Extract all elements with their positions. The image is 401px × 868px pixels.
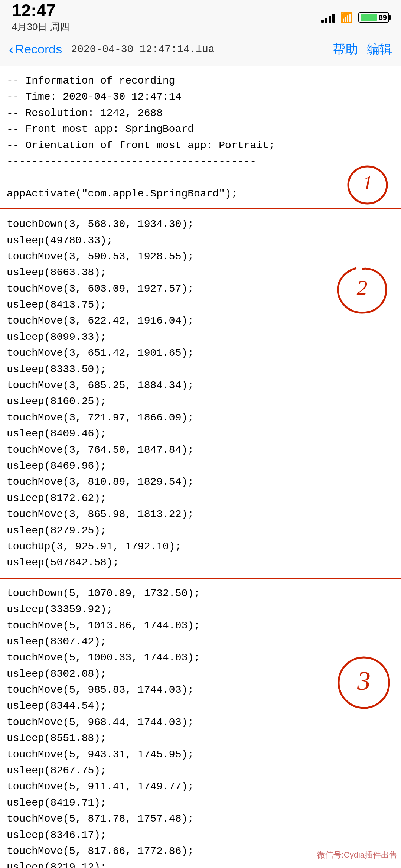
status-bar: 12:47 4月30日 周四 📶 89 [0,0,401,33]
watermark: 微信号:Cydia插件出售 [317,849,397,861]
status-icons: 📶 89 [321,12,389,24]
code-section-1: -- Information of recording -- Time: 202… [0,66,401,208]
file-title: 2020-04-30 12:47:14.lua [71,43,324,55]
code-block-2: touchDown(3, 568.30, 1934.30); usleep(49… [0,209,401,578]
battery-text: 89 [379,13,387,22]
help-button[interactable]: 帮助 [333,41,358,58]
battery-icon: 89 [358,12,389,23]
edit-button[interactable]: 编辑 [367,41,392,58]
back-chevron-icon: ‹ [9,42,14,56]
code-view: -- Information of recording -- Time: 202… [0,66,401,868]
signal-icon [321,12,335,23]
signal-bar-3 [329,16,331,23]
back-button[interactable]: ‹ Records [9,42,62,56]
signal-bar-4 [332,14,335,23]
code-block-3: touchDown(5, 1070.89, 1732.50); usleep(3… [0,579,401,868]
status-time-block: 12:47 4月30日 周四 [12,2,69,33]
code-section-3: touchDown(5, 1070.89, 1732.50); usleep(3… [0,579,401,868]
battery-fill [361,14,377,21]
signal-bar-2 [325,18,327,23]
code-block-1: -- Information of recording -- Time: 202… [0,66,401,208]
code-section-2: touchDown(3, 568.30, 1934.30); usleep(49… [0,209,401,578]
signal-bar-1 [321,20,324,23]
wifi-icon: 📶 [340,12,353,24]
back-label: Records [15,42,62,56]
nav-bar: ‹ Records 2020-04-30 12:47:14.lua 帮助 编辑 [0,33,401,66]
battery-block: 89 [358,12,389,23]
status-time: 12:47 [12,2,69,19]
status-date: 4月30日 周四 [12,20,69,33]
